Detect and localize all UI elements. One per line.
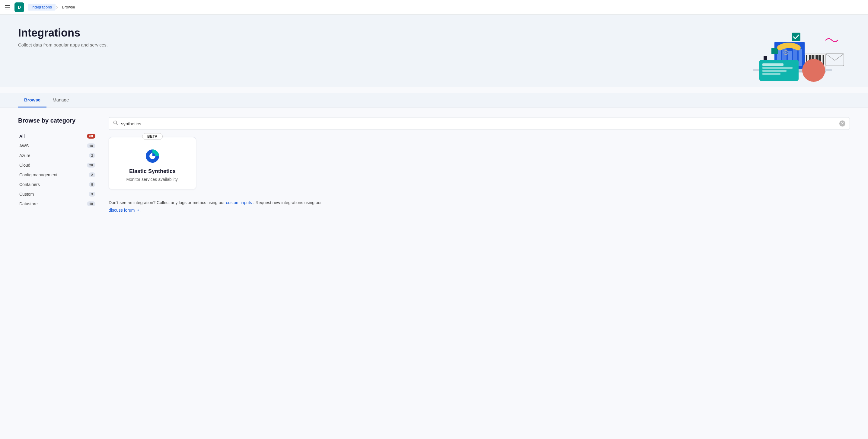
breadcrumb-browse[interactable]: Browse <box>58 4 79 10</box>
svg-rect-28 <box>763 70 786 72</box>
category-azure-label: Azure <box>19 153 30 158</box>
breadcrumb: Integrations › Browse <box>28 4 79 10</box>
category-all-label: All <box>19 134 25 139</box>
category-cloud[interactable]: Cloud 20 <box>18 160 97 170</box>
svg-point-35 <box>785 52 786 53</box>
category-containers-count: 8 <box>89 182 95 187</box>
discuss-forum-label: discuss forum <box>108 208 134 212</box>
tabs-bar: Browse Manage <box>0 93 868 108</box>
hero-section: Integrations Collect data from popular a… <box>0 14 868 87</box>
category-aws-count: 18 <box>87 143 95 148</box>
sidebar: Browse by category All 68 AWS 18 Azure 2… <box>18 117 97 279</box>
breadcrumb-integrations[interactable]: Integrations <box>28 4 56 10</box>
beta-badge: BETA <box>142 133 163 140</box>
svg-rect-26 <box>763 63 783 66</box>
category-azure[interactable]: Azure 2 <box>18 151 97 160</box>
hero-text: Integrations Collect data from popular a… <box>18 27 850 48</box>
elastic-synthetics-card[interactable]: BETA Elastic Synthetics Monitor services… <box>108 137 196 189</box>
svg-rect-27 <box>763 67 793 69</box>
category-aws[interactable]: AWS 18 <box>18 141 97 151</box>
category-datastore-count: 10 <box>87 201 95 206</box>
search-icon <box>113 120 118 126</box>
tab-browse[interactable]: Browse <box>18 93 46 108</box>
search-bar: ✕ <box>108 117 850 130</box>
category-cloud-label: Cloud <box>19 163 30 168</box>
svg-rect-29 <box>763 73 780 75</box>
custom-inputs-link[interactable]: custom inputs <box>226 200 252 205</box>
main-content: Browse by category All 68 AWS 18 Azure 2… <box>0 108 868 289</box>
svg-rect-30 <box>771 48 778 54</box>
footer-note: Don't see an integration? Collect any lo… <box>108 199 850 214</box>
category-azure-count: 2 <box>89 153 95 158</box>
category-list: All 68 AWS 18 Azure 2 Cloud 20 Config ma… <box>18 131 97 209</box>
hamburger-menu[interactable] <box>5 5 10 9</box>
top-nav: D Integrations › Browse <box>0 0 868 14</box>
clear-search-button[interactable]: ✕ <box>839 120 845 126</box>
category-all-count: 68 <box>87 134 95 139</box>
search-input[interactable] <box>121 121 836 126</box>
external-link-icon: ↗ <box>136 209 139 212</box>
category-aws-label: AWS <box>19 143 29 148</box>
category-config-management[interactable]: Config management 2 <box>18 170 97 180</box>
tab-manage[interactable]: Manage <box>46 93 75 108</box>
category-config-label: Config management <box>19 172 57 177</box>
category-config-count: 2 <box>89 172 95 177</box>
page-title: Integrations <box>18 27 850 39</box>
footer-prefix: Don't see an integration? Collect any lo… <box>108 200 226 205</box>
right-panel: ✕ BETA Elastic Synthetics Monitor servic… <box>108 117 850 279</box>
footer-suffix: . <box>140 208 142 212</box>
category-datastore[interactable]: Datastore 10 <box>18 199 97 209</box>
category-datastore-label: Datastore <box>19 201 38 206</box>
category-containers-label: Containers <box>19 182 40 187</box>
category-custom-label: Custom <box>19 192 34 197</box>
card-description: Monitor services availability. <box>116 177 189 182</box>
card-icon <box>116 148 189 164</box>
svg-line-37 <box>117 124 118 125</box>
svg-point-32 <box>802 59 825 82</box>
footer-middle: . Request new integrations using our <box>253 200 322 205</box>
category-all[interactable]: All 68 <box>18 131 97 141</box>
category-cloud-count: 20 <box>87 163 95 168</box>
category-custom[interactable]: Custom 3 <box>18 189 97 199</box>
card-title: Elastic Synthetics <box>116 168 189 175</box>
category-containers[interactable]: Containers 8 <box>18 180 97 189</box>
discuss-forum-link[interactable]: discuss forum ↗ <box>108 208 140 212</box>
breadcrumb-separator: › <box>56 4 58 10</box>
hero-subtitle: Collect data from popular apps and servi… <box>18 42 850 48</box>
svg-rect-24 <box>799 49 802 66</box>
sidebar-heading: Browse by category <box>18 117 97 124</box>
category-custom-count: 3 <box>89 192 95 197</box>
cards-grid: BETA Elastic Synthetics Monitor services… <box>108 137 850 189</box>
hero-illustration <box>735 24 850 84</box>
avatar[interactable]: D <box>14 2 24 12</box>
